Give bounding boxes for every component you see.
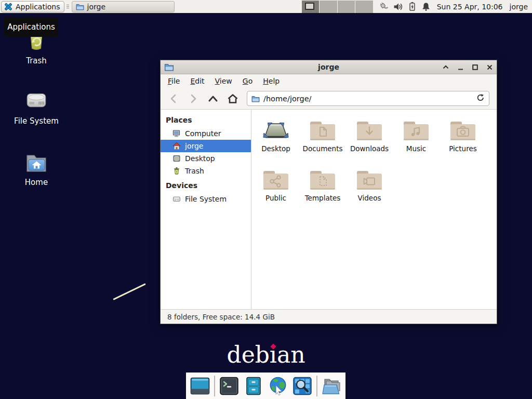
battery-charging-icon[interactable] [408,2,417,11]
home-icon [172,142,181,150]
file-item-videos[interactable]: Videos [346,167,393,216]
reload-button[interactable] [476,94,485,103]
show-desktop-icon [190,376,210,396]
debian-logo-i: ı [270,341,277,369]
workspace-4[interactable] [355,1,373,13]
top-panel: Applications jorge [0,0,532,14]
folder-videos-icon [354,167,384,192]
panel-clock[interactable]: Sun 25 Apr, 10:06 [437,3,503,11]
toolbar: /home/jorge/ [161,88,497,110]
debian-logo-text: deb [227,341,269,369]
tooltip-text: Applications [7,22,55,32]
system-tray [378,2,431,11]
app-finder-launcher[interactable] [292,376,313,396]
sidebar-item-label: Trash [185,167,204,175]
menu-edit[interactable]: Edit [190,77,204,85]
location-folder-icon [251,95,260,102]
show-desktop-button[interactable] [190,376,210,396]
menu-file[interactable]: File [168,77,180,85]
file-item-desktop[interactable]: Desktop [252,117,299,167]
web-browser-globe-icon [268,376,288,396]
sidebar-item-label: Computer [185,129,221,138]
folder-downloads-icon [354,117,384,142]
xfce-logo-icon [4,2,13,11]
file-manager-window: jorge File Edit View Go Help [160,60,497,324]
applications-menu-label: Applications [16,3,60,11]
workspace-3[interactable] [338,1,356,13]
bottom-dock [186,373,345,399]
file-item-label: Music [406,144,426,153]
workspace-1[interactable] [302,1,320,13]
file-item-music[interactable]: Music [393,117,440,167]
desktop-icon-file-system[interactable]: File System [5,87,68,126]
menubar: File Edit View Go Help [161,74,497,88]
desktop-icon-label: File System [14,116,59,126]
workspace-2[interactable] [320,1,338,13]
web-browser-launcher[interactable] [268,376,288,396]
terminal-icon [219,376,240,396]
folder-public-icon [261,167,291,192]
sidebar-item-jorge[interactable]: jorge [161,140,251,152]
taskbar-window-button[interactable]: jorge [72,1,175,12]
folder-templates-icon [308,167,338,192]
minimize-button[interactable] [457,63,464,71]
applications-menu-button[interactable]: Applications [1,1,64,12]
sidebar-item-desktop[interactable]: Desktop [161,152,251,165]
file-item-label: Pictures [449,144,476,153]
workspace-switcher[interactable] [302,1,373,13]
terminal-launcher[interactable] [219,376,240,396]
menu-go[interactable]: Go [243,77,252,85]
file-item-public[interactable]: Public [252,167,299,216]
file-item-label: Public [265,194,286,202]
panel-grip[interactable] [65,3,71,11]
menu-help[interactable]: Help [263,77,280,85]
file-cabinet-icon [243,376,264,396]
up-button[interactable] [207,93,219,104]
debian-logo-text: an [277,341,305,369]
dock-separator [316,376,317,396]
folder-music-icon [401,117,431,142]
file-item-label: Desktop [261,144,290,153]
home-button[interactable] [227,93,238,104]
taskbar-window-label: jorge [87,3,105,11]
file-item-downloads[interactable]: Downloads [346,117,393,167]
app-finder-icon [292,376,313,396]
sidebar: Places Computer jorge [161,110,251,309]
file-item-pictures[interactable]: Pictures [440,117,486,167]
window-titlebar[interactable]: jorge [161,60,497,74]
desktop-icon-home[interactable]: Home [5,151,68,187]
sidebar-item-label: Desktop [185,154,215,163]
folder-icon [76,3,84,10]
sidebar-item-computer[interactable]: Computer [161,127,251,140]
close-button[interactable] [486,63,493,71]
power-adapter-icon[interactable] [378,2,389,11]
forward-button[interactable] [188,93,199,104]
sidebar-item-trash[interactable]: Trash [161,165,251,177]
statusbar-text: 8 folders, Free space: 14.4 GiB [167,313,275,321]
file-item-templates[interactable]: Templates [299,167,346,216]
location-path[interactable]: /home/jorge/ [263,95,312,103]
shade-button[interactable] [442,63,449,71]
desktop-icon-label: Home [25,178,48,187]
file-view[interactable]: Desktop Documents [251,110,497,309]
sidebar-item-file-system[interactable]: File System [161,193,251,205]
menu-view[interactable]: View [215,77,232,85]
sidebar-item-label: jorge [185,142,203,150]
folders-launcher[interactable] [321,376,342,396]
notification-bell-icon[interactable] [421,2,431,11]
volume-icon[interactable] [393,2,403,11]
file-item-documents[interactable]: Documents [299,117,346,167]
location-bar[interactable]: /home/jorge/ [247,91,489,106]
folders-stack-icon [321,376,342,396]
dock-separator [214,376,215,396]
desktop-icon-label: Trash [26,56,47,65]
back-button[interactable] [168,93,179,104]
file-item-label: Downloads [350,144,389,153]
computer-icon [172,129,181,138]
desktop-mat-icon [261,117,291,142]
file-item-label: Documents [303,144,343,153]
panel-user-menu[interactable]: jorge [510,3,528,11]
sidebar-header-places: Places [161,112,251,127]
maximize-button[interactable] [471,63,478,71]
file-manager-launcher[interactable] [243,376,264,396]
